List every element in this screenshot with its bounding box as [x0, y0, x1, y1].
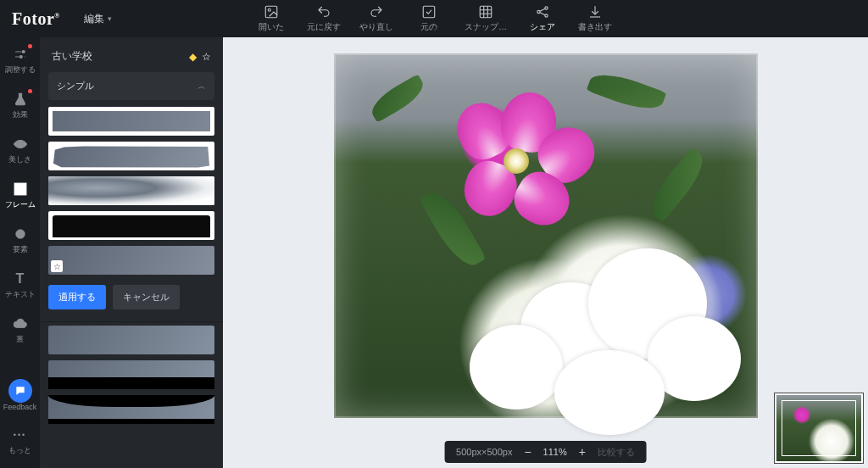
- panel-header: 古い学校 ◆☆: [40, 37, 223, 72]
- tool-label: 元に戻す: [307, 21, 341, 33]
- top-toolbar: 開いた 元に戻す やり直し 元の スナップ… シェア 書き出す: [112, 4, 754, 33]
- tool-label: スナップ…: [465, 21, 507, 33]
- rail-text[interactable]: T テキスト: [0, 269, 40, 302]
- tool-label: 元の: [420, 21, 437, 33]
- sliders-icon: [12, 46, 29, 63]
- zoom-value: 111%: [543, 447, 567, 457]
- svg-point-7: [22, 51, 25, 53]
- eye-icon: [12, 136, 29, 153]
- panel-actions: 適用する キャンセル: [40, 275, 223, 321]
- chat-icon: [8, 379, 32, 403]
- grid-icon: [478, 4, 493, 20]
- rail-label: 要素: [13, 244, 28, 255]
- frame-thumb[interactable]: [48, 360, 214, 389]
- rail-more[interactable]: ••• もっと: [3, 425, 37, 458]
- favorite-icon[interactable]: ☆: [202, 51, 211, 63]
- rail-label: もっと: [8, 445, 31, 456]
- rail-feedback[interactable]: Feedback: [3, 377, 37, 413]
- other-frames: [40, 321, 223, 432]
- image-icon: [264, 4, 279, 20]
- frame-thumb[interactable]: [48, 326, 214, 354]
- panel-title: 古い学校: [52, 49, 92, 64]
- rail-label: 効果: [13, 109, 28, 120]
- rail-beauty[interactable]: 美しさ: [0, 134, 40, 167]
- tool-export[interactable]: 書き出す: [578, 4, 612, 33]
- frame-thumb[interactable]: [48, 211, 214, 240]
- share-icon: [535, 4, 550, 20]
- top-bar: Fotor® 編集 ▾ 開いた 元に戻す やり直し 元の スナップ… シェア: [0, 0, 868, 37]
- svg-point-12: [15, 230, 25, 239]
- svg-rect-2: [423, 6, 435, 18]
- chevron-up-icon: ︿: [198, 81, 206, 92]
- dots-icon: •••: [12, 426, 29, 443]
- tool-label: やり直し: [359, 21, 393, 33]
- tool-redo[interactable]: やり直し: [359, 4, 393, 33]
- svg-point-4: [537, 10, 540, 13]
- frame-thumb[interactable]: [48, 395, 214, 424]
- edit-menu-label: 編集: [84, 12, 104, 26]
- rail-frame[interactable]: フレーム: [0, 179, 40, 212]
- mini-preview[interactable]: [775, 393, 863, 463]
- rail-label: 調整する: [5, 64, 36, 75]
- svg-rect-11: [17, 186, 24, 192]
- svg-rect-3: [480, 6, 492, 18]
- tool-label: シェア: [530, 21, 555, 33]
- sticker-icon: [12, 226, 29, 242]
- rail-element[interactable]: 要素: [0, 224, 40, 257]
- rail-effect[interactable]: 効果: [0, 89, 40, 122]
- side-panel: 古い学校 ◆☆ シンプル ︿ ☆ 適用する キャンセル: [40, 37, 223, 468]
- swap-icon: [421, 4, 437, 20]
- tool-snap[interactable]: スナップ…: [465, 4, 507, 33]
- frame-icon: [12, 181, 29, 198]
- svg-point-9: [19, 142, 22, 146]
- rail-adjust[interactable]: 調整する: [0, 44, 40, 77]
- edit-menu[interactable]: 編集 ▾: [84, 12, 112, 26]
- tool-label: 書き出す: [578, 21, 612, 33]
- undo-icon: [316, 4, 331, 20]
- canvas-area: 500px×500px − 111% + 比較する: [223, 37, 868, 468]
- zoom-out-button[interactable]: −: [524, 445, 531, 459]
- rail-label: フレーム: [5, 199, 36, 210]
- accordion-label: シンプル: [57, 80, 94, 92]
- logo: Fotor®: [12, 9, 60, 29]
- tool-undo[interactable]: 元に戻す: [307, 4, 341, 33]
- svg-rect-0: [265, 6, 277, 18]
- frame-thumb[interactable]: [48, 107, 214, 136]
- svg-point-5: [545, 7, 548, 9]
- flask-icon: [12, 91, 29, 108]
- text-icon: T: [12, 270, 29, 287]
- svg-point-1: [268, 8, 270, 11]
- compare-button[interactable]: 比較する: [598, 446, 635, 459]
- canvas-dimensions: 500px×500px: [456, 447, 512, 457]
- frame-list: ☆: [40, 107, 223, 275]
- cloud-upload-icon: [12, 315, 29, 332]
- rail-label: Feedback: [3, 403, 37, 411]
- redo-icon: [369, 4, 384, 20]
- svg-point-8: [19, 56, 22, 58]
- frame-thumb[interactable]: [48, 142, 214, 170]
- favorite-toggle-icon[interactable]: ☆: [51, 260, 63, 272]
- svg-point-6: [545, 14, 548, 17]
- rail-cloud[interactable]: 裏: [0, 314, 40, 347]
- accordion-simple[interactable]: シンプル ︿: [48, 72, 214, 100]
- cancel-button[interactable]: キャンセル: [113, 285, 180, 309]
- tool-open[interactable]: 開いた: [254, 4, 288, 33]
- download-icon: [587, 4, 603, 20]
- rail-label: テキスト: [5, 289, 36, 300]
- frame-thumb[interactable]: [48, 176, 214, 205]
- tool-original[interactable]: 元の: [412, 4, 446, 33]
- left-rail: 調整する 効果 美しさ フレーム 要素 T テキスト 裏: [0, 37, 40, 468]
- zoom-bar: 500px×500px − 111% + 比較する: [444, 441, 647, 463]
- frame-thumb-selected[interactable]: ☆: [48, 246, 214, 275]
- tool-label: 開いた: [259, 21, 284, 33]
- apply-button[interactable]: 適用する: [48, 285, 106, 309]
- rail-label: 美しさ: [8, 154, 31, 165]
- premium-badge[interactable]: ◆☆: [189, 51, 211, 63]
- tool-share[interactable]: シェア: [526, 4, 559, 33]
- rail-label: 裏: [16, 334, 24, 345]
- canvas[interactable]: [334, 53, 758, 418]
- zoom-in-button[interactable]: +: [579, 445, 586, 459]
